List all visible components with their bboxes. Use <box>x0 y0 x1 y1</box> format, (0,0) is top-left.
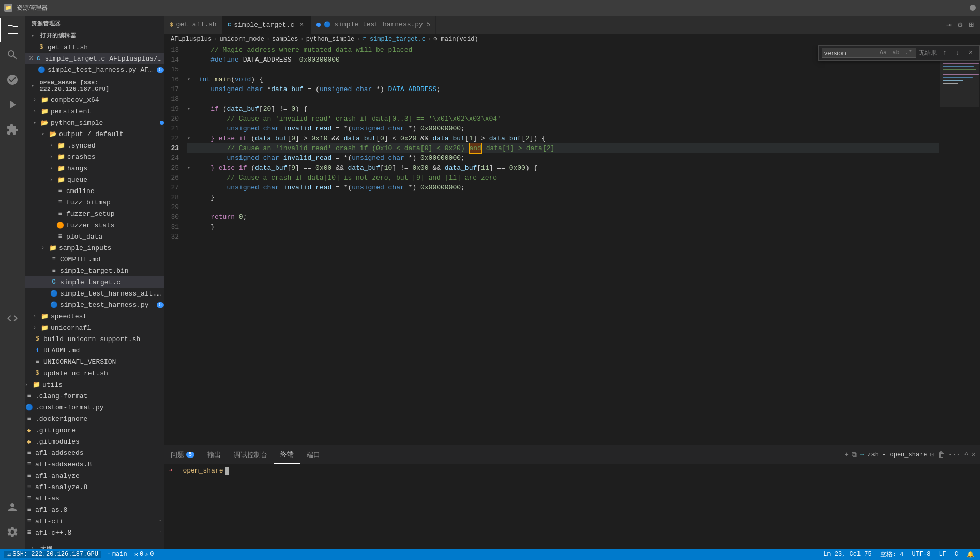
activity-item-account[interactable] <box>0 495 25 520</box>
tree-item-dockerignore[interactable]: ≡ .dockerignore <box>25 413 164 424</box>
more-actions-button[interactable]: ⚙ <box>956 19 965 31</box>
status-line-ending[interactable]: LF <box>937 551 947 558</box>
activity-item-settings[interactable] <box>0 520 25 544</box>
tab-simple-target[interactable]: C simple_target.c × <box>222 16 312 34</box>
panel-tab-ports[interactable]: 端口 <box>300 446 327 464</box>
tree-item-crashes[interactable]: › 📁 crashes <box>25 151 164 163</box>
activity-item-remote[interactable] <box>0 306 25 331</box>
tree-item-build-unicorn[interactable]: $ build_unicorn_support.sh <box>25 333 164 345</box>
tree-item-gitmodules[interactable]: ◆ .gitmodules <box>25 436 164 447</box>
search-close-button[interactable]: × <box>965 47 976 58</box>
panel-tab-terminal[interactable]: 终端 <box>274 446 300 464</box>
tree-item-update-uc[interactable]: $ update_uc_ref.sh <box>25 367 164 379</box>
tree-item-afl-addseeds[interactable]: ≡ afl-addseeds <box>25 447 164 459</box>
open-file-simple-target[interactable]: × C simple_target.c AFLplusplus/unicorn_… <box>25 53 164 64</box>
tree-item-afl-analyze[interactable]: ≡ afl-analyze <box>25 470 164 481</box>
regex-button[interactable]: .* <box>903 49 914 57</box>
status-position[interactable]: Ln 23, Col 75 <box>822 551 873 558</box>
tree-item-fuzz-bitmap[interactable]: ≡ fuzz_bitmap <box>25 197 164 208</box>
code-editor[interactable]: 13 14 15 16 17 18 19 20 21 22 23 24 <box>164 45 939 445</box>
tree-item-compile-md[interactable]: ≡ COMPILE.md <box>25 254 164 265</box>
tree-item-persistent[interactable]: › 📁 persistent <box>25 106 164 117</box>
status-feedback[interactable]: 🔔 <box>965 551 976 558</box>
tab-close-button[interactable]: × <box>297 21 306 29</box>
case-sensitive-button[interactable]: Aa <box>878 49 888 57</box>
tree-item-afl-addseeds-8[interactable]: ≡ afl-addseeds.8 <box>25 459 164 470</box>
close-panel-button[interactable]: × <box>972 451 976 459</box>
tree-item-fuzzer-stats[interactable]: 🟠 fuzzer_stats <box>25 219 164 231</box>
panel-tab-issues[interactable]: 问题 5 <box>164 446 201 464</box>
next-match-button[interactable]: ↓ <box>952 47 963 58</box>
status-errors[interactable]: ✕ 0 ⚠ 0 <box>133 551 156 558</box>
tree-item-afl-cpp[interactable]: ≡ afl-c++ ↑ <box>25 515 164 527</box>
panel-tab-output[interactable]: 输出 <box>201 446 228 464</box>
breadcrumb-part-2[interactable]: unicorn_mode <box>219 36 264 43</box>
tree-item-afl-as[interactable]: ≡ afl-as <box>25 493 164 504</box>
tree-item-queue[interactable]: › 📁 queue <box>25 174 164 185</box>
tree-item-cmdline[interactable]: ≡ cmdline <box>25 185 164 197</box>
status-ssh[interactable]: ⇄ SSH: 222.20.126.187.GPU <box>4 551 101 558</box>
status-spaces[interactable]: 空格: 4 <box>879 550 906 559</box>
py-file-icon: 🔵 <box>37 66 46 74</box>
prev-match-button[interactable]: ↑ <box>939 47 951 58</box>
chevron-right-icon: › <box>33 109 39 114</box>
panel-tab-debug[interactable]: 调试控制台 <box>228 446 274 464</box>
tree-item-python-simple[interactable]: ▾ 📂 python_simple <box>25 117 164 128</box>
activity-item-search[interactable] <box>0 42 25 67</box>
tree-item-clang-format[interactable]: ≡ .clang-format <box>25 390 164 402</box>
split-editor-button[interactable]: ⇥ <box>944 19 954 31</box>
breadcrumb-part-5[interactable]: ⊂ simple_target.c <box>363 35 426 43</box>
tree-item-compbcov[interactable]: › 📁 compbcov_x64 <box>25 94 164 106</box>
title-bar-dots[interactable] <box>970 5 976 11</box>
tree-item-speedtest[interactable]: › 📁 speedtest <box>25 311 164 322</box>
git-modules-icon: ◆ <box>25 437 33 446</box>
layout-button[interactable]: ⊞ <box>967 19 976 31</box>
activity-item-extensions[interactable] <box>0 117 25 142</box>
tree-item-custom-format[interactable]: 🔵 .custom-format.py <box>25 402 164 413</box>
tree-item-synced[interactable]: › 📁 .synced <box>25 140 164 151</box>
tree-item-fuzzer-setup[interactable]: ≡ fuzzer_setup <box>25 208 164 219</box>
tab-test-harness[interactable]: 🔵 simple_test_harness.py 5 <box>311 16 435 34</box>
whole-word-button[interactable]: ab <box>891 49 901 57</box>
tree-item-unicornafl[interactable]: › 📁 unicornafl <box>25 322 164 333</box>
breadcrumb-part-1[interactable]: AFLplusplus <box>171 36 212 43</box>
activity-item-git[interactable] <box>0 67 25 92</box>
breadcrumb-part-3[interactable]: samples <box>272 36 298 43</box>
maximize-panel-button[interactable]: ^ <box>964 451 968 459</box>
more-terminal-button[interactable]: ··· <box>948 451 961 459</box>
root-folder[interactable]: ▾ OPEN_SHARE [SSH: 222.20.126.187.GPU] <box>25 78 164 94</box>
new-terminal-button[interactable]: + <box>845 451 849 459</box>
breadcrumb-part-6[interactable]: ⊕ main(void) <box>433 35 478 43</box>
split-terminal-button[interactable]: ⧉ <box>852 451 857 459</box>
tree-item-test-harness-alt[interactable]: 🔵 simple_test_harness_alt.py <box>25 288 164 299</box>
tree-item-readme[interactable]: ℹ README.md <box>25 345 164 356</box>
tree-item-simple-target-bin[interactable]: ≡ simple_target.bin <box>25 265 164 276</box>
tab-get-afl[interactable]: $ get_afl.sh <box>164 16 222 34</box>
breadcrumb-part-4[interactable]: python_simple <box>306 36 355 43</box>
layout-panel-button[interactable]: ⊡ <box>930 450 934 459</box>
status-language[interactable]: C <box>953 551 960 558</box>
status-encoding[interactable]: UTF-8 <box>910 551 932 558</box>
tree-item-test-harness-py[interactable]: 🔵 simple_test_harness.py 5 <box>25 299 164 311</box>
outline-section[interactable]: › 大纲 <box>25 542 164 549</box>
trash-terminal-button[interactable]: 🗑 <box>938 451 945 459</box>
tree-item-utils[interactable]: › 📁 utils <box>25 379 164 390</box>
tree-item-gitignore[interactable]: ◆ .gitignore <box>25 424 164 436</box>
close-icon[interactable]: × <box>29 54 33 63</box>
tree-item-output[interactable]: ▾ 📂 output / default <box>25 128 164 140</box>
tree-item-afl-analyze-8[interactable]: ≡ afl-analyze.8 <box>25 481 164 493</box>
tree-item-hangs[interactable]: › 📁 hangs <box>25 163 164 174</box>
open-editors-section[interactable]: ▾ 打开的编辑器 <box>25 30 164 41</box>
tree-item-plot-data[interactable]: ≡ plot_data <box>25 231 164 242</box>
open-file-test-harness[interactable]: 🔵 simple_test_harness.py AFLplusplus/u..… <box>25 64 164 76</box>
tree-item-simple-target-c[interactable]: C simple_target.c <box>25 276 164 288</box>
activity-item-files[interactable] <box>0 18 25 42</box>
tree-item-afl-as-8[interactable]: ≡ afl-as.8 <box>25 504 164 515</box>
find-input[interactable] <box>824 49 876 57</box>
status-branch[interactable]: ⑂ main <box>105 551 129 558</box>
tree-item-sample-inputs[interactable]: › 📁 sample_inputs <box>25 242 164 254</box>
open-file-get-afl[interactable]: $ get_afl.sh <box>25 41 164 53</box>
tree-item-unicornafl-version[interactable]: ≡ UNICORNAFL_VERSION <box>25 356 164 367</box>
tree-item-afl-cpp-8[interactable]: ≡ afl-c++.8 ↑ <box>25 527 164 538</box>
activity-item-run[interactable] <box>0 92 25 117</box>
